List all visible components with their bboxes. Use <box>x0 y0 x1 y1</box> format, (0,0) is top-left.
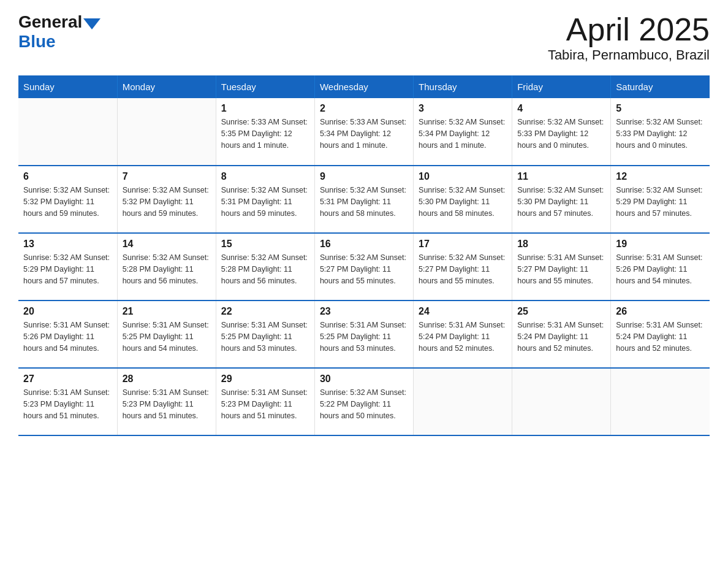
calendar-cell: 23Sunrise: 5:31 AM Sunset: 5:25 PM Dayli… <box>314 301 413 368</box>
day-number: 1 <box>221 103 309 114</box>
day-number: 24 <box>419 306 507 317</box>
calendar-cell: 28Sunrise: 5:31 AM Sunset: 5:23 PM Dayli… <box>117 368 216 435</box>
calendar-cell: 22Sunrise: 5:31 AM Sunset: 5:25 PM Dayli… <box>216 301 314 368</box>
calendar-header: SundayMondayTuesdayWednesdayThursdayFrid… <box>18 75 710 98</box>
day-info: Sunrise: 5:31 AM Sunset: 5:25 PM Dayligh… <box>320 320 408 354</box>
calendar-cell <box>117 98 216 166</box>
logo-general: General <box>18 12 82 32</box>
calendar-cell: 8Sunrise: 5:32 AM Sunset: 5:31 PM Daylig… <box>216 166 314 233</box>
day-number: 6 <box>23 171 112 182</box>
calendar-cell: 14Sunrise: 5:32 AM Sunset: 5:28 PM Dayli… <box>117 233 216 301</box>
calendar-cell: 18Sunrise: 5:31 AM Sunset: 5:27 PM Dayli… <box>512 233 611 301</box>
day-info: Sunrise: 5:33 AM Sunset: 5:35 PM Dayligh… <box>221 117 309 151</box>
calendar-cell <box>512 368 611 435</box>
day-number: 16 <box>320 239 408 250</box>
day-info: Sunrise: 5:32 AM Sunset: 5:22 PM Dayligh… <box>320 387 408 421</box>
week-row-5: 27Sunrise: 5:31 AM Sunset: 5:23 PM Dayli… <box>18 368 710 435</box>
day-number: 18 <box>517 239 605 250</box>
calendar-cell: 10Sunrise: 5:32 AM Sunset: 5:30 PM Dayli… <box>414 166 512 233</box>
day-number: 29 <box>221 373 309 385</box>
calendar-cell: 7Sunrise: 5:32 AM Sunset: 5:32 PM Daylig… <box>117 166 216 233</box>
day-number: 5 <box>616 103 705 114</box>
day-number: 13 <box>23 239 112 250</box>
day-number: 30 <box>320 373 408 385</box>
day-header-friday: Friday <box>512 75 611 98</box>
day-number: 27 <box>23 373 112 385</box>
day-number: 23 <box>320 306 408 317</box>
calendar-cell: 16Sunrise: 5:32 AM Sunset: 5:27 PM Dayli… <box>314 233 413 301</box>
day-number: 21 <box>123 306 211 317</box>
header-row: SundayMondayTuesdayWednesdayThursdayFrid… <box>18 75 710 98</box>
calendar-cell: 30Sunrise: 5:32 AM Sunset: 5:22 PM Dayli… <box>314 368 413 435</box>
week-row-4: 20Sunrise: 5:31 AM Sunset: 5:26 PM Dayli… <box>18 301 710 368</box>
calendar-cell: 19Sunrise: 5:31 AM Sunset: 5:26 PM Dayli… <box>611 233 710 301</box>
day-info: Sunrise: 5:31 AM Sunset: 5:23 PM Dayligh… <box>123 387 211 421</box>
day-info: Sunrise: 5:31 AM Sunset: 5:25 PM Dayligh… <box>221 320 309 354</box>
day-number: 22 <box>221 306 309 317</box>
calendar-cell: 13Sunrise: 5:32 AM Sunset: 5:29 PM Dayli… <box>18 233 117 301</box>
day-number: 12 <box>616 171 705 182</box>
day-number: 3 <box>419 103 507 114</box>
day-number: 7 <box>123 171 211 182</box>
day-info: Sunrise: 5:32 AM Sunset: 5:27 PM Dayligh… <box>419 252 507 286</box>
page-header: General Blue April 2025 Tabira, Pernambu… <box>18 12 710 63</box>
calendar-cell: 29Sunrise: 5:31 AM Sunset: 5:23 PM Dayli… <box>216 368 314 435</box>
day-number: 19 <box>616 239 705 250</box>
day-info: Sunrise: 5:31 AM Sunset: 5:25 PM Dayligh… <box>123 320 211 354</box>
day-info: Sunrise: 5:31 AM Sunset: 5:27 PM Dayligh… <box>517 252 605 286</box>
calendar-cell: 25Sunrise: 5:31 AM Sunset: 5:24 PM Dayli… <box>512 301 611 368</box>
day-info: Sunrise: 5:32 AM Sunset: 5:27 PM Dayligh… <box>320 252 408 286</box>
day-info: Sunrise: 5:33 AM Sunset: 5:34 PM Dayligh… <box>320 117 408 151</box>
calendar-cell: 21Sunrise: 5:31 AM Sunset: 5:25 PM Dayli… <box>117 301 216 368</box>
day-header-wednesday: Wednesday <box>314 75 413 98</box>
day-header-tuesday: Tuesday <box>216 75 314 98</box>
day-info: Sunrise: 5:32 AM Sunset: 5:33 PM Dayligh… <box>616 117 705 151</box>
day-info: Sunrise: 5:31 AM Sunset: 5:24 PM Dayligh… <box>616 320 705 354</box>
logo-blue: Blue <box>18 32 56 52</box>
title-section: April 2025 Tabira, Pernambuco, Brazil <box>548 12 710 63</box>
calendar-cell: 6Sunrise: 5:32 AM Sunset: 5:32 PM Daylig… <box>18 166 117 233</box>
day-info: Sunrise: 5:32 AM Sunset: 5:28 PM Dayligh… <box>221 252 309 286</box>
week-row-2: 6Sunrise: 5:32 AM Sunset: 5:32 PM Daylig… <box>18 166 710 233</box>
day-number: 28 <box>123 373 211 385</box>
calendar-body: 1Sunrise: 5:33 AM Sunset: 5:35 PM Daylig… <box>18 98 710 435</box>
calendar-cell: 11Sunrise: 5:32 AM Sunset: 5:30 PM Dayli… <box>512 166 611 233</box>
day-number: 2 <box>320 103 408 114</box>
day-number: 14 <box>123 239 211 250</box>
day-info: Sunrise: 5:31 AM Sunset: 5:23 PM Dayligh… <box>23 387 112 421</box>
day-number: 4 <box>517 103 605 114</box>
logo-arrow-icon <box>83 18 100 29</box>
calendar-title: April 2025 <box>548 12 710 47</box>
calendar-cell: 20Sunrise: 5:31 AM Sunset: 5:26 PM Dayli… <box>18 301 117 368</box>
day-header-sunday: Sunday <box>18 75 117 98</box>
day-info: Sunrise: 5:31 AM Sunset: 5:26 PM Dayligh… <box>23 320 112 354</box>
day-number: 20 <box>23 306 112 317</box>
logo: General Blue <box>18 12 100 52</box>
day-info: Sunrise: 5:31 AM Sunset: 5:24 PM Dayligh… <box>517 320 605 354</box>
calendar-subtitle: Tabira, Pernambuco, Brazil <box>548 47 710 63</box>
day-info: Sunrise: 5:32 AM Sunset: 5:32 PM Dayligh… <box>23 185 112 219</box>
calendar-cell: 27Sunrise: 5:31 AM Sunset: 5:23 PM Dayli… <box>18 368 117 435</box>
calendar-cell <box>611 368 710 435</box>
day-number: 11 <box>517 171 605 182</box>
calendar-cell: 1Sunrise: 5:33 AM Sunset: 5:35 PM Daylig… <box>216 98 314 166</box>
day-info: Sunrise: 5:32 AM Sunset: 5:30 PM Dayligh… <box>419 185 507 219</box>
week-row-1: 1Sunrise: 5:33 AM Sunset: 5:35 PM Daylig… <box>18 98 710 166</box>
day-info: Sunrise: 5:32 AM Sunset: 5:31 PM Dayligh… <box>221 185 309 219</box>
calendar-table: SundayMondayTuesdayWednesdayThursdayFrid… <box>18 75 710 436</box>
calendar-cell: 3Sunrise: 5:32 AM Sunset: 5:34 PM Daylig… <box>414 98 512 166</box>
day-info: Sunrise: 5:31 AM Sunset: 5:23 PM Dayligh… <box>221 387 309 421</box>
day-header-monday: Monday <box>117 75 216 98</box>
calendar-cell: 4Sunrise: 5:32 AM Sunset: 5:33 PM Daylig… <box>512 98 611 166</box>
day-header-saturday: Saturday <box>611 75 710 98</box>
day-number: 15 <box>221 239 309 250</box>
day-number: 26 <box>616 306 705 317</box>
week-row-3: 13Sunrise: 5:32 AM Sunset: 5:29 PM Dayli… <box>18 233 710 301</box>
day-info: Sunrise: 5:32 AM Sunset: 5:31 PM Dayligh… <box>320 185 408 219</box>
day-number: 10 <box>419 171 507 182</box>
calendar-cell <box>414 368 512 435</box>
calendar-cell <box>18 98 117 166</box>
calendar-cell: 15Sunrise: 5:32 AM Sunset: 5:28 PM Dayli… <box>216 233 314 301</box>
day-number: 9 <box>320 171 408 182</box>
day-info: Sunrise: 5:32 AM Sunset: 5:32 PM Dayligh… <box>123 185 211 219</box>
